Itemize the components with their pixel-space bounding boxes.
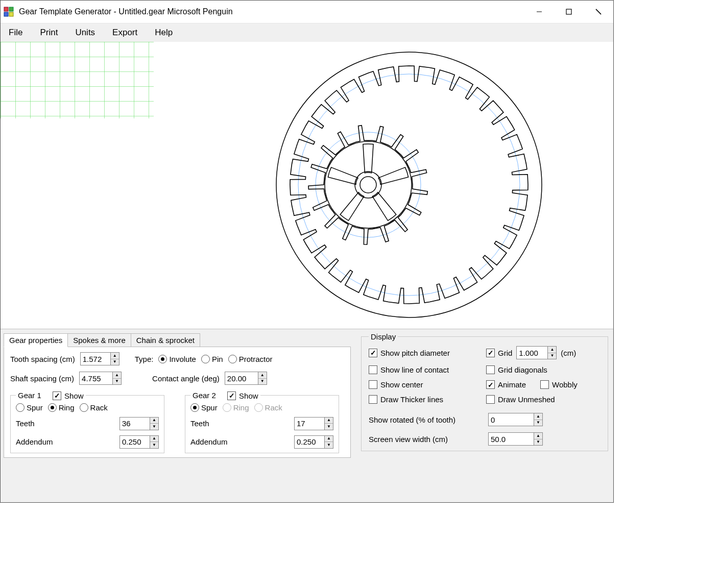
gear1-fieldset: Gear 1 Show Spur Ring Rack Teeth: [10, 391, 164, 453]
grid-unit-label: (cm): [561, 349, 576, 357]
gear2-teeth-spinner[interactable]: ▲▼: [294, 417, 333, 430]
contact-angle-label: Contact angle (deg): [152, 374, 220, 383]
gear2-teeth-label: Teeth: [190, 419, 209, 428]
grid-check[interactable]: Grid: [486, 349, 512, 357]
svg-point-12: [360, 177, 376, 193]
app-icon: [4, 7, 14, 17]
check-label: Show: [239, 391, 258, 400]
gear1-teeth-input[interactable]: [120, 418, 150, 430]
gear1-show-check[interactable]: Show: [53, 391, 84, 400]
gear2-spur-radio[interactable]: Spur: [190, 403, 218, 412]
titlebar: Gear Template Generator - Untitled.gear …: [1, 1, 613, 23]
draw-unmeshed-check[interactable]: Draw Unmeshed: [486, 395, 601, 404]
gear1-ring-radio[interactable]: Ring: [48, 403, 75, 412]
left-panel: Gear properties Spokes & more Chain & sp…: [1, 329, 356, 502]
tooth-spacing-input[interactable]: [81, 353, 110, 365]
show-pitch-diameter-check[interactable]: Show pitch diameter: [369, 349, 481, 357]
gear2-addendum-input[interactable]: [295, 436, 324, 448]
gear2-legend: Gear 2 Show: [190, 391, 260, 400]
bottom-panels: Gear properties Spokes & more Chain & sp…: [1, 329, 613, 502]
right-panel: Display Show pitch diameter Grid ▲▼ (cm)…: [356, 329, 613, 502]
spin-buttons[interactable]: ▲▼: [112, 372, 121, 384]
gear2-show-check[interactable]: Show: [227, 391, 258, 400]
svg-point-9: [276, 52, 542, 317]
svg-point-11: [316, 132, 421, 237]
menu-help[interactable]: Help: [152, 26, 176, 40]
tab-body: Tooth spacing (cm) ▲▼ Type: Involute Pin…: [4, 347, 351, 458]
svg-rect-5: [566, 9, 571, 14]
menu-file[interactable]: File: [6, 26, 26, 40]
show-rotated-input[interactable]: [489, 413, 534, 426]
svg-rect-0: [4, 7, 8, 11]
grid-value-input[interactable]: [517, 347, 547, 359]
svg-point-14: [355, 172, 381, 198]
contact-angle-spinner[interactable]: ▲▼: [225, 372, 267, 385]
shaft-spacing-spinner[interactable]: ▲▼: [79, 372, 122, 385]
svg-rect-1: [9, 7, 13, 11]
show-rotated-label: Show rotated (% of tooth): [369, 415, 481, 424]
type-label: Type:: [135, 355, 154, 363]
window-controls: [524, 1, 613, 23]
display-fieldset: Display Show pitch diameter Grid ▲▼ (cm)…: [361, 332, 608, 451]
menu-print[interactable]: Print: [37, 26, 61, 40]
type-pin-radio[interactable]: Pin: [201, 355, 223, 363]
type-involute-radio[interactable]: Involute: [158, 355, 196, 363]
gear1-teeth-spinner[interactable]: ▲▼: [119, 417, 159, 430]
radio-label: Pin: [212, 355, 223, 363]
radio-label: Protractor: [239, 355, 273, 363]
menubar: File Print Units Export Help: [1, 23, 613, 42]
spin-buttons[interactable]: ▲▼: [258, 372, 267, 384]
menu-units[interactable]: Units: [72, 26, 98, 40]
contact-angle-input[interactable]: [225, 372, 258, 384]
gear1-addendum-label: Addendum: [16, 437, 53, 446]
gear1-spur-radio[interactable]: Spur: [16, 403, 43, 412]
gear1-teeth-label: Teeth: [16, 419, 35, 428]
gear1-rack-radio[interactable]: Rack: [80, 403, 108, 412]
shaft-spacing-label: Shaft spacing (cm): [10, 374, 74, 383]
check-label: Show: [64, 391, 84, 400]
wobbly-check[interactable]: Wobbly: [540, 380, 578, 389]
close-button[interactable]: [584, 1, 613, 23]
gear-drawing: [1, 42, 613, 329]
window-title: Gear Template Generator - Untitled.gear …: [19, 7, 233, 16]
show-line-of-contact-check[interactable]: Show line of contact: [369, 365, 481, 374]
gear2-fieldset: Gear 2 Show Spur Ring Rack Teeth: [185, 391, 339, 453]
tab-spokes-and-more[interactable]: Spokes & more: [67, 333, 131, 347]
gear1-addendum-input[interactable]: [120, 436, 150, 448]
maximize-button[interactable]: [554, 1, 584, 23]
tabs: Gear properties Spokes & more Chain & sp…: [4, 332, 351, 347]
shaft-spacing-input[interactable]: [80, 372, 112, 384]
svg-point-10: [298, 74, 520, 296]
grid-spinner[interactable]: ▲▼: [516, 346, 557, 359]
tab-gear-properties[interactable]: Gear properties: [4, 333, 68, 347]
display-legend: Display: [369, 332, 398, 341]
gear2-ring-radio: Ring: [223, 403, 249, 412]
gear2-rack-radio: Rack: [254, 403, 282, 412]
svg-rect-3: [9, 12, 13, 16]
animate-check[interactable]: Animate: [486, 380, 526, 389]
app-window: Gear Template Generator - Untitled.gear …: [0, 0, 614, 503]
draw-thicker-lines-check[interactable]: Draw Thicker lines: [369, 395, 481, 404]
grid-diagonals-check[interactable]: Grid diagonals: [486, 365, 601, 374]
svg-point-13: [325, 141, 412, 228]
screen-view-width-input[interactable]: [489, 433, 534, 445]
type-protractor-radio[interactable]: Protractor: [228, 355, 273, 363]
spin-buttons[interactable]: ▲▼: [110, 353, 119, 365]
radio-label: Involute: [169, 355, 196, 363]
gear1-legend: Gear 1 Show: [16, 391, 86, 400]
tooth-spacing-spinner[interactable]: ▲▼: [80, 352, 119, 365]
gear2-addendum-label: Addendum: [190, 437, 228, 446]
svg-rect-2: [4, 12, 8, 16]
gear1-addendum-spinner[interactable]: ▲▼: [119, 435, 159, 449]
gear2-addendum-spinner[interactable]: ▲▼: [294, 435, 333, 449]
minimize-button[interactable]: [524, 1, 554, 23]
canvas-area[interactable]: [1, 42, 613, 329]
show-center-check[interactable]: Show center: [369, 380, 481, 389]
svg-line-7: [596, 9, 601, 14]
show-rotated-spinner[interactable]: ▲▼: [488, 413, 543, 426]
screen-view-width-spinner[interactable]: ▲▼: [488, 432, 543, 446]
tab-chain-and-sprocket[interactable]: Chain & sprocket: [131, 333, 200, 347]
gear2-teeth-input[interactable]: [295, 418, 324, 430]
menu-export[interactable]: Export: [109, 26, 140, 40]
tooth-spacing-label: Tooth spacing (cm): [10, 355, 75, 363]
